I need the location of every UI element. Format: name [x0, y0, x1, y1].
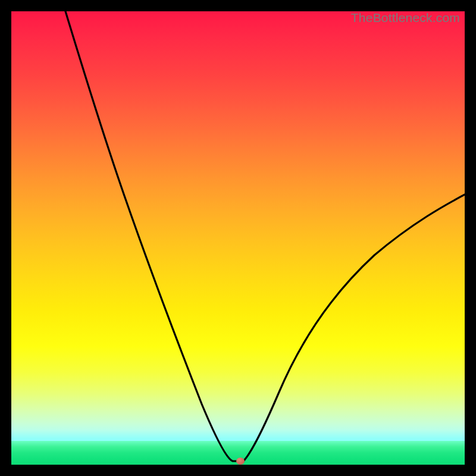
bottleneck-curve-path	[65, 11, 465, 461]
chart-frame: TheBottleneck.com	[11, 11, 465, 465]
bottleneck-curve	[11, 11, 465, 465]
watermark-text: TheBottleneck.com	[351, 11, 460, 25]
current-config-marker	[236, 458, 245, 465]
